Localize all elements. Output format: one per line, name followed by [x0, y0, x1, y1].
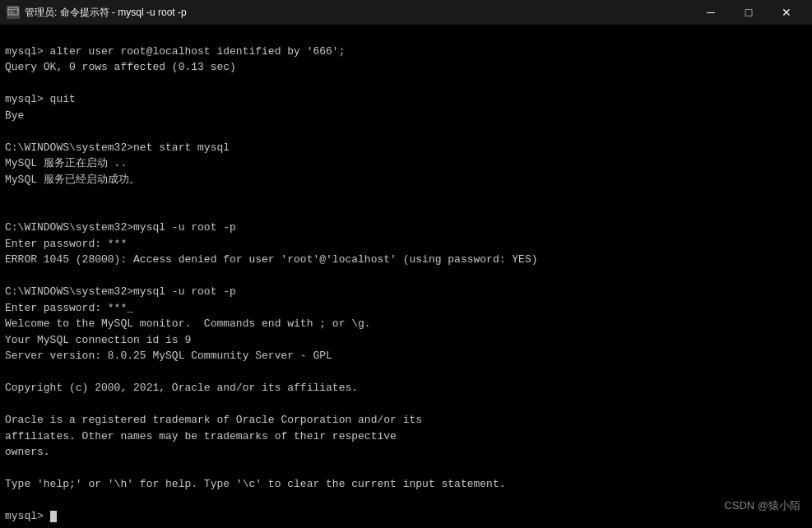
svg-rect-0: [8, 7, 18, 15]
maximize-button[interactable]: □: [730, 0, 768, 25]
window-controls: ─ □ ✕: [692, 0, 805, 25]
minimize-button[interactable]: ─: [692, 0, 730, 25]
window-title: 管理员: 命令提示符 - mysql -u root -p: [25, 6, 187, 20]
titlebar-left: 管理员: 命令提示符 - mysql -u root -p: [7, 6, 187, 20]
terminal-output[interactable]: Type 'help;' or '\h' for help. Type '\c'…: [0, 25, 812, 528]
close-button[interactable]: ✕: [768, 0, 805, 25]
cursor: [50, 511, 57, 522]
app-icon: [7, 6, 20, 19]
titlebar: 管理员: 命令提示符 - mysql -u root -p ─ □ ✕: [0, 0, 812, 25]
